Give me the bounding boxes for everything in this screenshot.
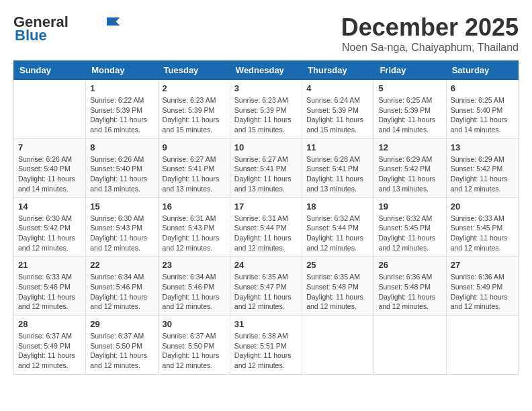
day-info: Sunrise: 6:22 AM Sunset: 5:39 PM Dayligh… [90, 95, 153, 135]
day-number: 23 [163, 260, 226, 270]
day-info: Sunrise: 6:27 AM Sunset: 5:41 PM Dayligh… [163, 154, 226, 194]
logo: General Blue [13, 13, 121, 44]
day-info: Sunrise: 6:37 AM Sunset: 5:50 PM Dayligh… [163, 331, 226, 371]
day-info: Sunrise: 6:35 AM Sunset: 5:47 PM Dayligh… [234, 272, 298, 312]
weekday-header: Sunday [14, 61, 86, 80]
calendar-cell: 27Sunrise: 6:36 AM Sunset: 5:49 PM Dayli… [446, 257, 518, 316]
day-info: Sunrise: 6:26 AM Sunset: 5:40 PM Dayligh… [18, 154, 81, 194]
day-info: Sunrise: 6:34 AM Sunset: 5:46 PM Dayligh… [90, 272, 153, 312]
day-number: 1 [90, 83, 153, 93]
day-number: 18 [306, 201, 369, 212]
day-info: Sunrise: 6:37 AM Sunset: 5:49 PM Dayligh… [18, 331, 81, 371]
day-number: 28 [18, 319, 81, 329]
day-info: Sunrise: 6:30 AM Sunset: 5:43 PM Dayligh… [90, 214, 153, 253]
day-info: Sunrise: 6:32 AM Sunset: 5:45 PM Dayligh… [378, 214, 441, 253]
day-number: 25 [306, 260, 369, 270]
day-number: 11 [306, 142, 369, 152]
day-number: 30 [163, 319, 226, 329]
calendar-cell: 31Sunrise: 6:38 AM Sunset: 5:51 PM Dayli… [230, 316, 302, 375]
day-number: 4 [306, 83, 369, 93]
calendar-cell: 5Sunrise: 6:25 AM Sunset: 5:39 PM Daylig… [374, 80, 446, 139]
day-info: Sunrise: 6:31 AM Sunset: 5:44 PM Dayligh… [234, 214, 298, 253]
day-info: Sunrise: 6:31 AM Sunset: 5:43 PM Dayligh… [163, 214, 226, 253]
day-number: 17 [234, 201, 298, 212]
day-number: 15 [90, 201, 153, 212]
day-info: Sunrise: 6:29 AM Sunset: 5:42 PM Dayligh… [378, 154, 441, 194]
calendar-cell: 19Sunrise: 6:32 AM Sunset: 5:45 PM Dayli… [374, 197, 446, 257]
calendar-cell: 26Sunrise: 6:36 AM Sunset: 5:48 PM Dayli… [374, 257, 446, 316]
day-number: 16 [163, 201, 226, 212]
weekday-header: Wednesday [230, 61, 302, 80]
calendar-cell [446, 316, 518, 375]
calendar-cell: 13Sunrise: 6:29 AM Sunset: 5:42 PM Dayli… [446, 138, 518, 197]
day-info: Sunrise: 6:34 AM Sunset: 5:46 PM Dayligh… [163, 272, 226, 312]
calendar-cell: 21Sunrise: 6:33 AM Sunset: 5:46 PM Dayli… [14, 257, 86, 316]
day-number: 3 [234, 83, 298, 93]
calendar-cell: 10Sunrise: 6:27 AM Sunset: 5:41 PM Dayli… [230, 138, 302, 197]
day-number: 14 [18, 201, 81, 212]
calendar-cell: 25Sunrise: 6:35 AM Sunset: 5:48 PM Dayli… [302, 257, 374, 316]
day-number: 7 [18, 142, 81, 152]
day-info: Sunrise: 6:36 AM Sunset: 5:49 PM Dayligh… [451, 272, 514, 312]
day-info: Sunrise: 6:24 AM Sunset: 5:39 PM Dayligh… [306, 95, 369, 135]
day-info: Sunrise: 6:36 AM Sunset: 5:48 PM Dayligh… [378, 272, 441, 312]
calendar-week-row: 7Sunrise: 6:26 AM Sunset: 5:40 PM Daylig… [14, 138, 519, 197]
day-info: Sunrise: 6:32 AM Sunset: 5:44 PM Dayligh… [306, 214, 369, 253]
logo-blue: Blue [15, 27, 47, 44]
calendar-cell: 1Sunrise: 6:22 AM Sunset: 5:39 PM Daylig… [86, 80, 158, 139]
day-number: 6 [451, 83, 514, 93]
calendar-cell [14, 80, 86, 139]
weekday-header: Tuesday [158, 61, 230, 80]
calendar-cell: 29Sunrise: 6:37 AM Sunset: 5:50 PM Dayli… [86, 316, 158, 375]
svg-marker-0 [107, 17, 120, 26]
day-number: 26 [378, 260, 441, 270]
calendar-table: SundayMondayTuesdayWednesdayThursdayFrid… [13, 60, 519, 375]
calendar-week-row: 28Sunrise: 6:37 AM Sunset: 5:49 PM Dayli… [14, 316, 519, 375]
weekday-header: Monday [86, 61, 158, 80]
day-info: Sunrise: 6:27 AM Sunset: 5:41 PM Dayligh… [234, 154, 298, 194]
day-info: Sunrise: 6:25 AM Sunset: 5:39 PM Dayligh… [378, 95, 441, 135]
title-area: December 2025 Noen Sa-nga, Chaiyaphum, T… [341, 13, 519, 54]
calendar-cell: 20Sunrise: 6:33 AM Sunset: 5:45 PM Dayli… [446, 197, 518, 257]
day-info: Sunrise: 6:26 AM Sunset: 5:40 PM Dayligh… [90, 154, 153, 194]
day-number: 5 [378, 83, 441, 93]
day-number: 31 [234, 319, 298, 329]
calendar-cell: 30Sunrise: 6:37 AM Sunset: 5:50 PM Dayli… [158, 316, 230, 375]
calendar-cell: 7Sunrise: 6:26 AM Sunset: 5:40 PM Daylig… [14, 138, 86, 197]
day-info: Sunrise: 6:23 AM Sunset: 5:39 PM Dayligh… [163, 95, 226, 135]
day-info: Sunrise: 6:33 AM Sunset: 5:45 PM Dayligh… [451, 214, 514, 253]
weekday-header: Friday [374, 61, 446, 80]
calendar-cell: 11Sunrise: 6:28 AM Sunset: 5:41 PM Dayli… [302, 138, 374, 197]
day-number: 24 [234, 260, 298, 270]
calendar-cell: 22Sunrise: 6:34 AM Sunset: 5:46 PM Dayli… [86, 257, 158, 316]
day-number: 8 [90, 142, 153, 152]
weekday-header: Thursday [302, 61, 374, 80]
day-number: 2 [163, 83, 226, 93]
day-number: 22 [90, 260, 153, 270]
logo-flag-icon [101, 15, 121, 28]
calendar-cell: 4Sunrise: 6:24 AM Sunset: 5:39 PM Daylig… [302, 80, 374, 139]
calendar-cell: 2Sunrise: 6:23 AM Sunset: 5:39 PM Daylig… [158, 80, 230, 139]
day-number: 27 [451, 260, 514, 270]
calendar-cell: 12Sunrise: 6:29 AM Sunset: 5:42 PM Dayli… [374, 138, 446, 197]
day-info: Sunrise: 6:37 AM Sunset: 5:50 PM Dayligh… [90, 331, 153, 371]
page-header: General Blue December 2025 Noen Sa-nga, … [13, 13, 519, 54]
day-info: Sunrise: 6:33 AM Sunset: 5:46 PM Dayligh… [18, 272, 81, 312]
day-number: 10 [234, 142, 298, 152]
calendar-week-row: 1Sunrise: 6:22 AM Sunset: 5:39 PM Daylig… [14, 80, 519, 139]
day-info: Sunrise: 6:35 AM Sunset: 5:48 PM Dayligh… [306, 272, 369, 312]
calendar-cell: 8Sunrise: 6:26 AM Sunset: 5:40 PM Daylig… [86, 138, 158, 197]
calendar-cell: 15Sunrise: 6:30 AM Sunset: 5:43 PM Dayli… [86, 197, 158, 257]
day-number: 13 [451, 142, 514, 152]
calendar-cell: 9Sunrise: 6:27 AM Sunset: 5:41 PM Daylig… [158, 138, 230, 197]
calendar-cell: 24Sunrise: 6:35 AM Sunset: 5:47 PM Dayli… [230, 257, 302, 316]
day-number: 29 [90, 319, 153, 329]
month-title: December 2025 [341, 13, 519, 42]
day-number: 20 [451, 201, 514, 212]
day-info: Sunrise: 6:25 AM Sunset: 5:40 PM Dayligh… [451, 95, 514, 135]
location-title: Noen Sa-nga, Chaiyaphum, Thailand [341, 42, 519, 54]
day-number: 9 [163, 142, 226, 152]
calendar-cell: 16Sunrise: 6:31 AM Sunset: 5:43 PM Dayli… [158, 197, 230, 257]
calendar-week-row: 14Sunrise: 6:30 AM Sunset: 5:42 PM Dayli… [14, 197, 519, 257]
day-number: 21 [18, 260, 81, 270]
